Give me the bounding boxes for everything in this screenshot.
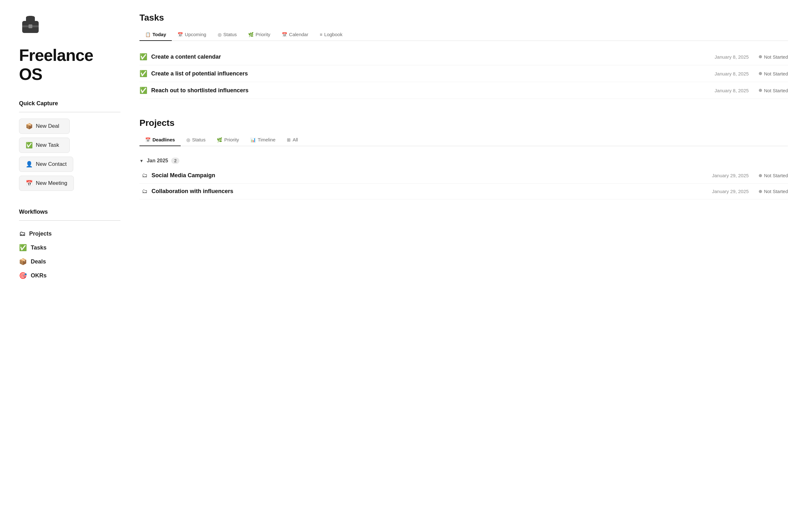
triangle-icon: ▼ [139,158,143,163]
left-panel: Freelance OS Quick Capture 📦 New Deal ✅ … [19,13,120,519]
month-group: ▼ Jan 2025 2 🗂 Social Media Campaign Jan… [139,154,788,200]
contact-icon: 👤 [26,161,33,168]
workflow-tasks[interactable]: ✅ Tasks [19,241,120,254]
project-status-dot-0 [759,174,762,177]
quick-capture-section: Quick Capture 📦 New Deal ✅ New Task 👤 Ne… [19,100,120,191]
page-container: Freelance OS Quick Capture 📦 New Deal ✅ … [0,0,807,532]
tab-today[interactable]: 📋 Today [139,28,172,41]
tab-logbook[interactable]: ≡ Logbook [314,28,348,41]
workflow-projects[interactable]: 🗂 Projects [19,227,120,241]
logbook-tab-icon: ≡ [320,32,322,37]
tasks-workflow-icon: ✅ [19,244,27,251]
task-row: ✅ Create a list of potential influencers… [139,65,788,82]
new-task-button[interactable]: ✅ New Task [19,138,70,153]
new-deal-button[interactable]: 📦 New Deal [19,118,70,134]
projects-tabs: 📅 Deadlines ◎ Status 🌿 Priority 📊 Timeli… [139,134,788,146]
task-row: ✅ Create a content calendar January 8, 2… [139,49,788,65]
task-check-icon-0: ✅ [139,53,147,60]
workflow-okrs[interactable]: 🎯 OKRs [19,268,120,283]
quick-capture-divider [19,112,120,112]
calendar-tab-icon: 📅 [282,32,287,37]
task-icon: ✅ [26,142,33,149]
timeline-tab-icon: 📊 [250,137,256,142]
right-panel: Tasks 📋 Today 📅 Upcoming ◎ Status 🌿 Pri [139,13,788,519]
project-folder-icon-1: 🗂 [142,188,148,195]
tasks-title: Tasks [139,13,788,23]
svg-rect-3 [28,24,32,28]
tab-all[interactable]: ⊞ All [281,134,304,146]
tab-deadlines[interactable]: 📅 Deadlines [139,134,181,146]
app-icon [19,13,42,36]
tab-priority[interactable]: 🌿 Priority [243,28,276,41]
meeting-icon: 📅 [26,180,33,187]
status-dot-2 [759,89,762,92]
upcoming-tab-icon: 📅 [177,32,183,37]
page-title: Freelance OS [19,46,120,84]
status-tab-icon: ◎ [218,32,222,37]
task-check-icon-2: ✅ [139,87,147,94]
priority-tab-icon: 🌿 [248,32,254,37]
tab-timeline[interactable]: 📊 Timeline [245,134,281,146]
okrs-icon: 🎯 [19,272,27,279]
status-badge-1: Not Started [759,71,788,76]
tasks-section: Tasks 📋 Today 📅 Upcoming ◎ Status 🌿 Pri [139,13,788,99]
status-badge-0: Not Started [759,54,788,60]
count-badge: 2 [171,157,179,164]
workflows-label: Workflows [19,209,120,215]
workflows-section: Workflows 🗂 Projects ✅ Tasks 📦 Deals 🎯 O… [19,209,120,283]
projects-section: Projects 📅 Deadlines ◎ Status 🌿 Priority… [139,118,788,200]
all-tab-icon: ⊞ [287,137,291,142]
tab-upcoming[interactable]: 📅 Upcoming [172,28,212,41]
status-badge-2: Not Started [759,88,788,93]
deals-icon: 📦 [19,258,27,265]
projects-title: Projects [139,118,788,128]
project-row: 🗂 Collaboration with influencers January… [139,184,788,200]
project-priority-tab-icon: 🌿 [217,137,222,142]
tab-project-priority[interactable]: 🌿 Priority [211,134,245,146]
project-folder-icon-0: 🗂 [142,172,148,179]
task-row: ✅ Reach out to shortlisted influencers J… [139,82,788,99]
project-status-tab-icon: ◎ [186,137,190,142]
status-dot-0 [759,55,762,58]
tasks-tabs: 📋 Today 📅 Upcoming ◎ Status 🌿 Priority 📅 [139,28,788,41]
svg-rect-1 [26,21,35,23]
deadlines-tab-icon: 📅 [145,137,151,142]
tab-project-status[interactable]: ◎ Status [181,134,211,146]
today-tab-icon: 📋 [145,32,151,37]
deal-icon: 📦 [26,123,33,130]
project-status-badge-0: Not Started [759,173,788,178]
month-header[interactable]: ▼ Jan 2025 2 [139,154,788,168]
new-meeting-button[interactable]: 📅 New Meeting [19,176,74,191]
new-contact-button[interactable]: 👤 New Contact [19,157,73,172]
status-dot-1 [759,72,762,75]
workflows-divider [19,220,120,221]
projects-icon: 🗂 [19,230,25,238]
task-check-icon-1: ✅ [139,70,147,77]
quick-capture-label: Quick Capture [19,100,120,107]
project-row: 🗂 Social Media Campaign January 29, 2025… [139,168,788,184]
project-status-badge-1: Not Started [759,189,788,194]
tab-calendar[interactable]: 📅 Calendar [276,28,314,41]
tab-status[interactable]: ◎ Status [212,28,243,41]
workflow-deals[interactable]: 📦 Deals [19,254,120,268]
project-status-dot-1 [759,190,762,193]
